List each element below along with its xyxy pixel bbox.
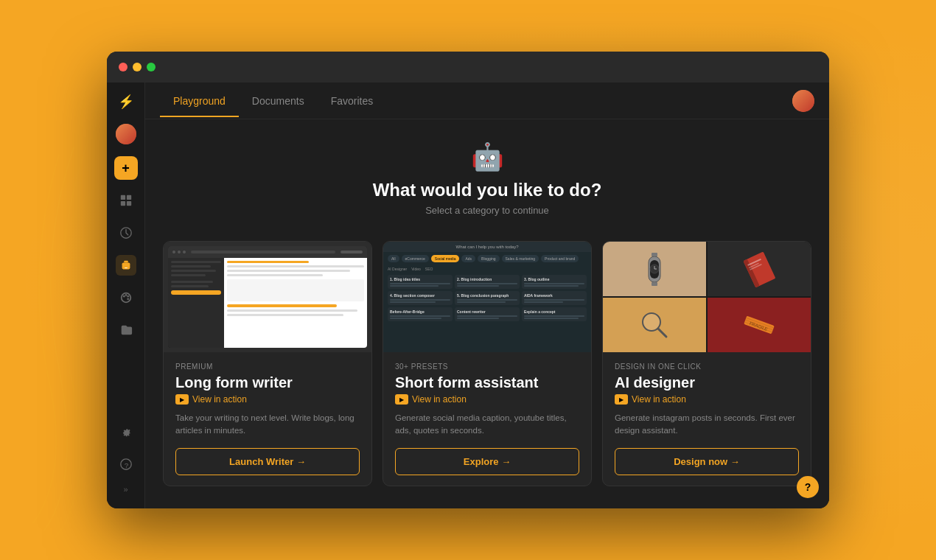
svg-rect-3: [126, 201, 130, 206]
card-desc-sf: Generate social media caption, youtube t…: [395, 412, 579, 438]
sidebar-user-avatar[interactable]: [116, 124, 136, 144]
sf-item-7: Before-After-Bridge: [388, 307, 453, 321]
svg-rect-19: [652, 253, 657, 256]
designer-cell-watch: [603, 242, 706, 296]
sidebar-item-dashboard[interactable]: [116, 190, 136, 211]
sidebar-item-settings[interactable]: [116, 423, 136, 444]
main-content: 🤖 What would you like to do? Select a ca…: [145, 119, 829, 508]
card-preview-designer: FRAGILE: [603, 242, 811, 352]
view-text-sf[interactable]: View in action: [412, 394, 467, 405]
sf-item-8: Content rewriter: [455, 307, 520, 321]
sf-item-4: 4. Blog section composer: [388, 291, 453, 305]
sf-header: What can I help you with today?: [383, 242, 591, 252]
app-layout: ⚡ +: [107, 83, 829, 508]
tab-favorites[interactable]: Favorites: [318, 85, 387, 117]
card-view-action-sf[interactable]: ▶ View in action: [395, 394, 579, 405]
minimize-button[interactable]: [133, 63, 142, 71]
sidebar-nav: [116, 190, 136, 423]
help-float-button[interactable]: ?: [797, 476, 819, 498]
tab-documents[interactable]: Documents: [239, 85, 318, 117]
sf-item-5: 5. Blog conclusion paragraph: [455, 291, 520, 305]
hero-subtitle: Select a category to continue: [163, 205, 811, 216]
svg-text:?: ?: [124, 461, 128, 469]
svg-rect-0: [120, 195, 125, 200]
svg-point-7: [126, 265, 128, 267]
sidebar-collapse-button[interactable]: »: [123, 485, 128, 494]
svg-point-11: [127, 298, 129, 300]
video-icon-writer: ▶: [175, 394, 189, 405]
sf-chips: All eCommerce Social media Ads Blogging …: [383, 252, 591, 265]
card-short-form: What can I help you with today? All eCom…: [383, 241, 592, 486]
close-button[interactable]: [119, 63, 128, 71]
svg-point-6: [124, 265, 125, 267]
top-avatar-face: [792, 90, 814, 112]
app-logo[interactable]: ⚡: [114, 90, 138, 113]
sf-item-9: Explain a concept: [522, 307, 587, 321]
view-text-writer[interactable]: View in action: [192, 394, 247, 405]
nav-tabs: Playground Documents Favorites: [160, 85, 386, 117]
launch-writer-button[interactable]: Launch Writer →: [175, 448, 360, 475]
sf-chip-sales: Sales & marketing: [502, 255, 539, 262]
sf-item-2: 2. Blog introduction: [455, 275, 520, 289]
designer-cell-magnify: [603, 298, 706, 352]
sidebar-bottom: ? »: [116, 423, 136, 501]
sf-item-6: AIDA framework: [522, 291, 587, 305]
hero-title: What would you like to do?: [163, 180, 811, 200]
card-body-writer: Premium Long form writer ▶ View in actio…: [164, 352, 371, 486]
hero-section: 🤖 What would you like to do? Select a ca…: [163, 134, 811, 231]
sf-chip-product: Product and brand: [541, 255, 579, 262]
avatar-face: [116, 124, 136, 144]
sf-chip-ecommerce: eCommerce: [402, 255, 429, 262]
sidebar: ⚡ +: [107, 83, 145, 508]
svg-rect-2: [120, 201, 125, 206]
card-ai-designer: FRAGILE Design in one click AI designer: [602, 241, 811, 486]
card-title-sf: Short form assistant: [395, 374, 579, 391]
sf-chip-social: Social media: [431, 255, 460, 262]
tab-playground[interactable]: Playground: [160, 85, 239, 117]
card-desc-designer: Generate instagram posts in seconds. Fir…: [615, 412, 799, 438]
designer-grid: FRAGILE: [603, 242, 811, 352]
app-window: ⚡ +: [107, 52, 829, 508]
card-preview-writer: [164, 242, 371, 352]
sidebar-item-palette[interactable]: [116, 287, 136, 308]
sf-item-3: 3. Blog outline: [522, 275, 587, 289]
svg-rect-20: [652, 282, 657, 286]
designer-cell-tape: FRAGILE: [708, 298, 811, 352]
top-bar: Playground Documents Favorites: [145, 83, 829, 119]
card-long-form-writer: Premium Long form writer ▶ View in actio…: [163, 241, 372, 486]
card-view-action-writer[interactable]: ▶ View in action: [175, 394, 360, 405]
sf-chip-all: All: [388, 255, 399, 262]
sidebar-item-help[interactable]: ?: [116, 454, 136, 475]
title-bar: [107, 52, 829, 83]
card-preview-sf: What can I help you with today? All eCom…: [383, 242, 591, 352]
card-body-sf: 30+ PRESETS Short form assistant ▶ View …: [383, 352, 591, 486]
maximize-button[interactable]: [147, 63, 156, 71]
content-area: Playground Documents Favorites 🤖 What wo…: [145, 83, 829, 508]
card-tag-sf: 30+ PRESETS: [395, 363, 579, 371]
card-title-designer: AI designer: [615, 374, 799, 391]
explore-button[interactable]: Explore →: [395, 448, 579, 475]
card-body-designer: Design in one click AI designer ▶ View i…: [603, 352, 811, 486]
sidebar-item-files[interactable]: [116, 320, 136, 340]
sf-chip-ads: Ads: [461, 255, 475, 262]
view-text-designer[interactable]: View in action: [632, 394, 686, 405]
design-now-button[interactable]: Design now →: [615, 448, 799, 475]
video-icon-designer: ▶: [615, 394, 628, 405]
card-view-action-designer[interactable]: ▶ View in action: [615, 394, 799, 405]
sidebar-item-ai-tools[interactable]: [116, 255, 136, 276]
svg-line-27: [658, 329, 666, 337]
card-title-writer: Long form writer: [175, 374, 360, 391]
svg-point-8: [122, 295, 125, 298]
cards-grid: Premium Long form writer ▶ View in actio…: [163, 241, 811, 486]
video-icon-sf: ▶: [395, 394, 408, 405]
svg-rect-1: [126, 195, 130, 200]
svg-point-9: [125, 294, 127, 296]
traffic-lights: [119, 63, 156, 71]
designer-cell-book: [708, 242, 811, 296]
sf-chip-blog: Blogging: [478, 255, 499, 262]
card-tag-writer: Premium: [175, 363, 360, 371]
top-bar-avatar[interactable]: [792, 90, 814, 112]
sidebar-item-history[interactable]: [116, 223, 136, 243]
hero-icon: 🤖: [163, 141, 811, 172]
add-new-button[interactable]: +: [114, 156, 138, 180]
